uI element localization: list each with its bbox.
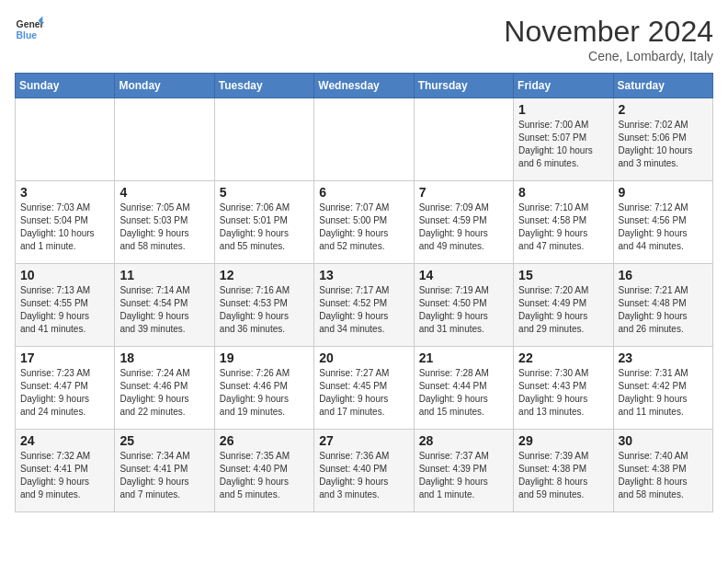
calendar-cell: 12Sunrise: 7:16 AM Sunset: 4:53 PM Dayli… xyxy=(214,264,313,347)
day-info: Sunrise: 7:00 AM Sunset: 5:07 PM Dayligh… xyxy=(518,119,608,170)
calendar-cell: 8Sunrise: 7:10 AM Sunset: 4:58 PM Daylig… xyxy=(514,181,613,264)
calendar-body: 1Sunrise: 7:00 AM Sunset: 5:07 PM Daylig… xyxy=(16,98,713,512)
month-title: November 2024 xyxy=(504,15,713,49)
day-info: Sunrise: 7:12 AM Sunset: 4:56 PM Dayligh… xyxy=(619,201,708,253)
calendar-cell: 18Sunrise: 7:24 AM Sunset: 4:46 PM Dayli… xyxy=(115,347,214,430)
day-info: Sunrise: 7:30 AM Sunset: 4:43 PM Dayligh… xyxy=(518,367,608,419)
day-info: Sunrise: 7:39 AM Sunset: 4:38 PM Dayligh… xyxy=(518,450,608,501)
day-number: 18 xyxy=(119,350,209,365)
calendar-cell: 13Sunrise: 7:17 AM Sunset: 4:52 PM Dayli… xyxy=(314,264,414,347)
calendar-cell: 23Sunrise: 7:31 AM Sunset: 4:42 PM Dayli… xyxy=(613,347,712,430)
day-info: Sunrise: 7:14 AM Sunset: 4:54 PM Dayligh… xyxy=(119,284,209,336)
day-info: Sunrise: 7:23 AM Sunset: 4:47 PM Dayligh… xyxy=(20,367,109,419)
calendar-cell xyxy=(414,98,513,181)
calendar-week-1: 1Sunrise: 7:00 AM Sunset: 5:07 PM Daylig… xyxy=(16,98,713,181)
day-number: 29 xyxy=(518,433,608,448)
day-number: 27 xyxy=(319,433,408,448)
day-number: 16 xyxy=(619,268,708,282)
svg-text:Blue: Blue xyxy=(17,30,38,40)
day-number: 6 xyxy=(319,185,408,200)
calendar-table: SundayMondayTuesdayWednesdayThursdayFrid… xyxy=(15,73,713,512)
title-block: November 2024 Cene, Lombardy, Italy xyxy=(504,15,713,63)
calendar-cell xyxy=(115,98,214,181)
calendar-cell: 5Sunrise: 7:06 AM Sunset: 5:01 PM Daylig… xyxy=(214,181,313,264)
calendar-cell: 25Sunrise: 7:34 AM Sunset: 4:41 PM Dayli… xyxy=(115,430,214,512)
page-header: General Blue November 2024 Cene, Lombard… xyxy=(15,15,713,63)
day-number: 7 xyxy=(419,185,508,200)
day-number: 4 xyxy=(119,185,209,200)
day-info: Sunrise: 7:05 AM Sunset: 5:03 PM Dayligh… xyxy=(119,201,209,253)
day-info: Sunrise: 7:32 AM Sunset: 4:41 PM Dayligh… xyxy=(20,450,109,501)
calendar-week-5: 24Sunrise: 7:32 AM Sunset: 4:41 PM Dayli… xyxy=(16,430,713,512)
logo-icon: General Blue xyxy=(15,15,44,44)
calendar-cell: 1Sunrise: 7:00 AM Sunset: 5:07 PM Daylig… xyxy=(514,98,613,181)
day-number: 28 xyxy=(419,433,508,448)
calendar-cell: 17Sunrise: 7:23 AM Sunset: 4:47 PM Dayli… xyxy=(16,347,115,430)
day-number: 13 xyxy=(319,268,408,282)
calendar-cell: 9Sunrise: 7:12 AM Sunset: 4:56 PM Daylig… xyxy=(613,181,712,264)
day-info: Sunrise: 7:24 AM Sunset: 4:46 PM Dayligh… xyxy=(119,367,209,419)
day-number: 3 xyxy=(20,185,109,200)
day-number: 22 xyxy=(518,350,608,365)
calendar-cell: 11Sunrise: 7:14 AM Sunset: 4:54 PM Dayli… xyxy=(115,264,214,347)
day-info: Sunrise: 7:02 AM Sunset: 5:06 PM Dayligh… xyxy=(619,119,708,170)
day-info: Sunrise: 7:26 AM Sunset: 4:46 PM Dayligh… xyxy=(220,367,309,419)
day-number: 14 xyxy=(419,268,508,282)
calendar-cell: 22Sunrise: 7:30 AM Sunset: 4:43 PM Dayli… xyxy=(514,347,613,430)
calendar-cell: 24Sunrise: 7:32 AM Sunset: 4:41 PM Dayli… xyxy=(16,430,115,512)
day-number: 2 xyxy=(619,102,708,117)
calendar-cell: 20Sunrise: 7:27 AM Sunset: 4:45 PM Dayli… xyxy=(314,347,414,430)
column-header-thursday: Thursday xyxy=(414,74,513,98)
day-info: Sunrise: 7:35 AM Sunset: 4:40 PM Dayligh… xyxy=(220,450,309,501)
calendar-header-row: SundayMondayTuesdayWednesdayThursdayFrid… xyxy=(16,74,713,98)
logo: General Blue xyxy=(15,15,44,44)
day-info: Sunrise: 7:06 AM Sunset: 5:01 PM Dayligh… xyxy=(220,201,309,253)
day-info: Sunrise: 7:16 AM Sunset: 4:53 PM Dayligh… xyxy=(220,284,309,336)
calendar-cell: 15Sunrise: 7:20 AM Sunset: 4:49 PM Dayli… xyxy=(514,264,613,347)
calendar-cell: 21Sunrise: 7:28 AM Sunset: 4:44 PM Dayli… xyxy=(414,347,513,430)
day-info: Sunrise: 7:36 AM Sunset: 4:40 PM Dayligh… xyxy=(319,450,408,501)
day-number: 19 xyxy=(220,350,309,365)
column-header-tuesday: Tuesday xyxy=(214,74,313,98)
calendar-cell: 4Sunrise: 7:05 AM Sunset: 5:03 PM Daylig… xyxy=(115,181,214,264)
day-info: Sunrise: 7:21 AM Sunset: 4:48 PM Dayligh… xyxy=(619,284,708,336)
day-number: 15 xyxy=(518,268,608,282)
day-number: 17 xyxy=(20,350,109,365)
day-number: 20 xyxy=(319,350,408,365)
calendar-cell: 6Sunrise: 7:07 AM Sunset: 5:00 PM Daylig… xyxy=(314,181,414,264)
day-number: 1 xyxy=(518,102,608,117)
calendar-week-2: 3Sunrise: 7:03 AM Sunset: 5:04 PM Daylig… xyxy=(16,181,713,264)
day-number: 30 xyxy=(619,433,708,448)
calendar-cell: 14Sunrise: 7:19 AM Sunset: 4:50 PM Dayli… xyxy=(414,264,513,347)
day-info: Sunrise: 7:31 AM Sunset: 4:42 PM Dayligh… xyxy=(619,367,708,419)
day-number: 21 xyxy=(419,350,508,365)
day-number: 26 xyxy=(220,433,309,448)
day-info: Sunrise: 7:20 AM Sunset: 4:49 PM Dayligh… xyxy=(518,284,608,336)
calendar-cell xyxy=(16,98,115,181)
calendar-cell: 16Sunrise: 7:21 AM Sunset: 4:48 PM Dayli… xyxy=(613,264,712,347)
day-number: 25 xyxy=(119,433,209,448)
column-header-monday: Monday xyxy=(115,74,214,98)
day-number: 9 xyxy=(619,185,708,200)
calendar-cell: 29Sunrise: 7:39 AM Sunset: 4:38 PM Dayli… xyxy=(514,430,613,512)
calendar-cell: 3Sunrise: 7:03 AM Sunset: 5:04 PM Daylig… xyxy=(16,181,115,264)
day-info: Sunrise: 7:37 AM Sunset: 4:39 PM Dayligh… xyxy=(419,450,508,501)
calendar-cell xyxy=(214,98,313,181)
calendar-cell: 26Sunrise: 7:35 AM Sunset: 4:40 PM Dayli… xyxy=(214,430,313,512)
day-number: 5 xyxy=(220,185,309,200)
day-info: Sunrise: 7:28 AM Sunset: 4:44 PM Dayligh… xyxy=(419,367,508,419)
calendar-cell: 2Sunrise: 7:02 AM Sunset: 5:06 PM Daylig… xyxy=(613,98,712,181)
day-number: 24 xyxy=(20,433,109,448)
day-info: Sunrise: 7:17 AM Sunset: 4:52 PM Dayligh… xyxy=(319,284,408,336)
calendar-cell xyxy=(314,98,414,181)
calendar-cell: 28Sunrise: 7:37 AM Sunset: 4:39 PM Dayli… xyxy=(414,430,513,512)
day-info: Sunrise: 7:13 AM Sunset: 4:55 PM Dayligh… xyxy=(20,284,109,336)
day-number: 10 xyxy=(20,268,109,282)
day-number: 12 xyxy=(220,268,309,282)
day-info: Sunrise: 7:19 AM Sunset: 4:50 PM Dayligh… xyxy=(419,284,508,336)
day-info: Sunrise: 7:03 AM Sunset: 5:04 PM Dayligh… xyxy=(20,201,109,253)
location: Cene, Lombardy, Italy xyxy=(504,49,713,63)
calendar-week-4: 17Sunrise: 7:23 AM Sunset: 4:47 PM Dayli… xyxy=(16,347,713,430)
column-header-wednesday: Wednesday xyxy=(314,74,414,98)
calendar-cell: 27Sunrise: 7:36 AM Sunset: 4:40 PM Dayli… xyxy=(314,430,414,512)
